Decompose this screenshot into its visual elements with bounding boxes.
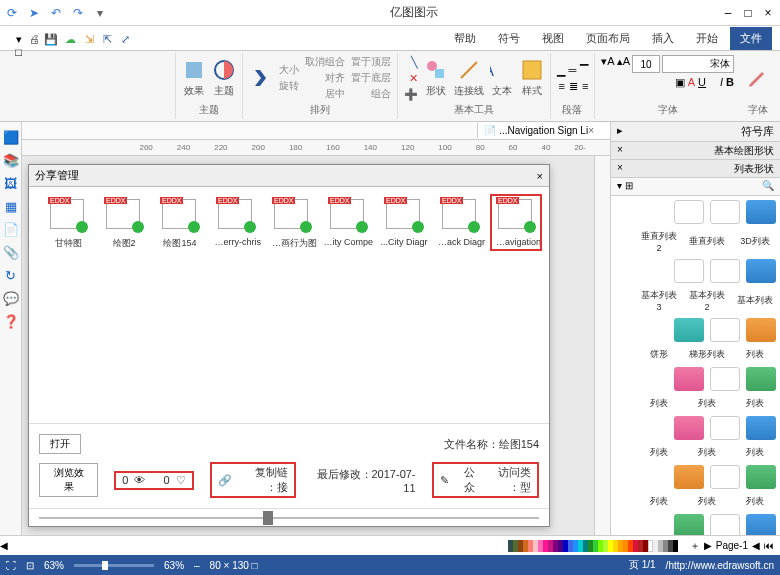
panel-sub1[interactable]: 基本绘图形状	[714, 144, 774, 157]
layers-icon[interactable]: 📚	[3, 153, 19, 168]
tab-home[interactable]: 开始	[686, 27, 728, 50]
panel-sub2[interactable]: 列表形状	[734, 162, 774, 175]
access-type-box[interactable]: 访问类型：公众✎	[432, 462, 539, 498]
shapes-button[interactable]: 形状	[424, 58, 448, 98]
center[interactable]: 居中	[305, 87, 345, 101]
canvas[interactable]: × 分享管理 EDDXNavigation ... EDDXRack Diagr…	[22, 156, 594, 535]
thumb-item[interactable]: EDDXmerry-chris...	[211, 195, 261, 250]
color-palette[interactable]	[508, 540, 678, 552]
theme-button[interactable]: 主题	[212, 58, 236, 98]
italic-icon[interactable]: I	[709, 76, 723, 90]
refresh-icon[interactable]: ⟳	[4, 5, 20, 21]
align-top-icon[interactable]: ▔	[580, 64, 588, 77]
doc-icon[interactable]: 📄	[3, 222, 19, 237]
align-right-icon[interactable]: ≡	[558, 80, 564, 93]
popup-scrollbar[interactable]	[29, 508, 549, 526]
effect-button[interactable]: 效果	[182, 58, 206, 98]
page-first-icon[interactable]: ⏮	[764, 540, 774, 551]
ungroup[interactable]: 取消组合	[305, 55, 345, 69]
cloud-icon[interactable]: ☁	[62, 33, 76, 47]
edit-icon[interactable]: ✎	[440, 474, 449, 487]
view-icon[interactable]: 👁	[134, 474, 145, 486]
comment-icon[interactable]: 💬	[3, 291, 19, 306]
print-icon[interactable]: 🖨	[26, 33, 40, 47]
fullscreen-icon[interactable]: ⛶	[6, 560, 16, 571]
align-bot-icon[interactable]: ▁	[557, 64, 565, 77]
thumb-item[interactable]: EDDX甘特图	[43, 195, 93, 250]
pencil-button[interactable]	[746, 66, 770, 90]
help-icon[interactable]: ❓	[3, 314, 19, 329]
find-button[interactable]	[249, 66, 273, 90]
font-size-input[interactable]	[632, 55, 660, 73]
font-color-icon[interactable]: A	[688, 76, 695, 90]
expand-icon[interactable]: ⤢	[116, 33, 130, 47]
max-icon[interactable]: □	[740, 5, 756, 21]
tab-file[interactable]: 文件	[730, 27, 772, 50]
doc-tab[interactable]: ×Navigation Sign Li... 📄	[477, 123, 610, 138]
highlight-icon[interactable]: ▣	[675, 76, 685, 90]
align-center-icon[interactable]: ≣	[569, 80, 578, 93]
new-icon[interactable]: ▾ □	[8, 33, 22, 47]
import-icon[interactable]: ⇲	[80, 33, 94, 47]
open-button[interactable]: 打开	[39, 434, 81, 454]
underline-icon[interactable]: U	[698, 76, 706, 90]
page-next-icon[interactable]: ▶	[704, 540, 712, 551]
tab-help[interactable]: 帮助	[444, 27, 486, 50]
search-icon[interactable]: 🔍	[762, 180, 774, 193]
align[interactable]: 对齐	[305, 71, 345, 85]
tab-close-icon[interactable]: ×	[588, 125, 594, 136]
fit-icon[interactable]: ⊡	[26, 560, 34, 571]
preview-button[interactable]: 浏览效果	[39, 463, 98, 497]
cursor-icon[interactable]: ➤	[26, 5, 42, 21]
zoom-slider[interactable]	[74, 564, 154, 567]
thumb-item[interactable]: EDDXCity Diagr...	[379, 195, 429, 250]
thumb-item[interactable]: EDDXCity Compe...	[323, 195, 373, 250]
thumb-item[interactable]: EDDXNavigation ...	[491, 195, 541, 250]
size[interactable]: 大小	[279, 63, 299, 77]
page-add-icon[interactable]: ＋	[690, 539, 700, 553]
page-prev-icon[interactable]: ◀	[752, 540, 760, 551]
bring-front[interactable]: 置于顶层	[351, 55, 391, 69]
line-icon[interactable]: ╲	[404, 56, 418, 69]
align-mid-icon[interactable]: ═	[569, 64, 577, 77]
align-left-icon[interactable]: ≡	[582, 80, 588, 93]
text-button[interactable]: A文本	[490, 58, 514, 98]
thumb-item[interactable]: EDDXRack Diagr...	[435, 195, 485, 250]
tab-symbols[interactable]: 符号	[488, 27, 530, 50]
plus-icon[interactable]: ➕	[404, 88, 418, 101]
clip-icon[interactable]: 📎	[3, 245, 19, 260]
save-icon[interactable]: 💾	[44, 33, 58, 47]
scroll-left-icon[interactable]: ◀	[0, 540, 8, 551]
tab-view[interactable]: 视图	[532, 27, 574, 50]
redo-icon[interactable]: ↷	[70, 5, 86, 21]
rotate[interactable]: 旋转	[279, 79, 299, 93]
font-inc-icon[interactable]: A▴	[617, 55, 630, 73]
group[interactable]: 组合	[351, 87, 391, 101]
thumb-item[interactable]: EDDX绘图2	[99, 195, 149, 250]
export-icon[interactable]: ⇱	[98, 33, 112, 47]
copy-link-box[interactable]: 复制链接：🔗	[210, 462, 296, 498]
dialog-close-icon[interactable]: ×	[537, 170, 543, 182]
connector-button[interactable]: 连接线	[454, 58, 484, 98]
thumb-item[interactable]: EDDX绘画行为图...	[267, 195, 317, 250]
shapes-list[interactable]: 3D列表垂直列表垂直列表 2 基本列表基本列表 2基本列表 3 列表梯形列表饼形…	[611, 196, 780, 535]
panel-toggle-icon[interactable]: ▸	[617, 124, 623, 139]
tab-layout[interactable]: 页面布局	[576, 27, 640, 50]
bold-icon[interactable]: B	[726, 76, 734, 90]
close-icon[interactable]: ×	[760, 5, 776, 21]
cross-icon[interactable]: ✕	[404, 72, 418, 85]
font-dec-icon[interactable]: A▾	[601, 55, 614, 73]
thumb-item[interactable]: EDDX绘图154	[155, 195, 205, 250]
link-icon[interactable]: 🔗	[218, 474, 232, 487]
table-icon[interactable]: ▦	[5, 199, 17, 214]
undo-icon[interactable]: ↶	[48, 5, 64, 21]
grid-icon[interactable]: ⊞ ▾	[617, 180, 633, 193]
tab-insert[interactable]: 插入	[642, 27, 684, 50]
redo2-icon[interactable]: ↻	[5, 268, 16, 283]
theme-icon[interactable]: 🟦	[3, 130, 19, 145]
close-icon[interactable]: ×	[617, 162, 623, 175]
min-icon[interactable]: –	[720, 5, 736, 21]
like-icon[interactable]: ♡	[176, 474, 186, 487]
font-name-input[interactable]	[662, 55, 734, 73]
style-button[interactable]: 样式	[520, 58, 544, 98]
